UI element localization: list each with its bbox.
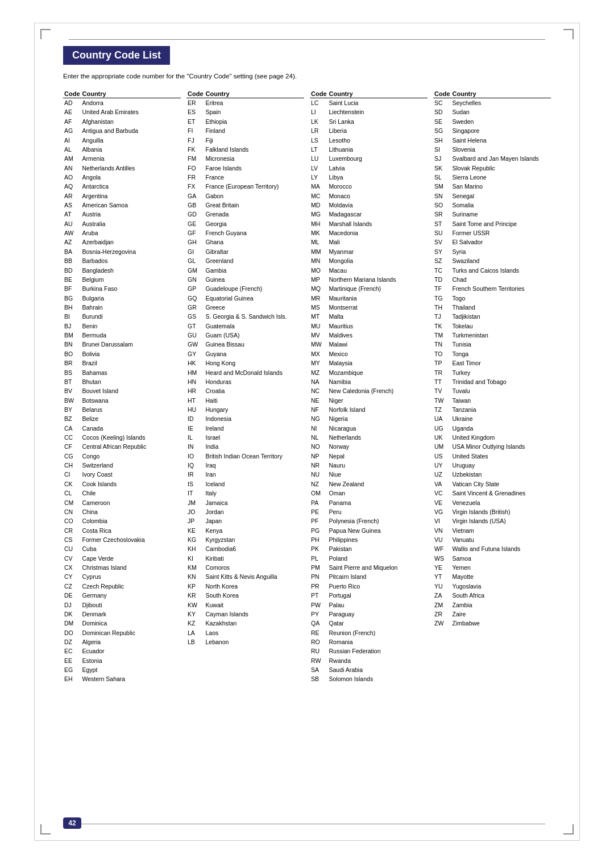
- country-code: US: [433, 452, 451, 461]
- table-row: KGKyrgyzstan: [186, 535, 304, 544]
- country-name: Libya: [328, 173, 428, 182]
- country-name: Morocco: [328, 182, 428, 191]
- table-row: KHCambodia6: [186, 544, 304, 553]
- table-row: CFCentral African Republic: [63, 442, 181, 451]
- table-row: LKSri Lanka: [310, 117, 428, 126]
- country-name: Malta: [328, 312, 428, 321]
- table-row: AGAntigua and Barbuda: [63, 126, 181, 135]
- table-row: ESSpain: [186, 107, 304, 116]
- country-code: MH: [310, 219, 328, 228]
- country-code: FK: [186, 145, 205, 154]
- country-name: United Arab Emirates: [81, 107, 181, 116]
- country-code: BN: [63, 340, 81, 349]
- table-row: KZKazakhstan: [186, 619, 304, 628]
- table-row: MQMartinique (French): [310, 284, 428, 293]
- table-row: UKUnited Kingdom: [433, 433, 551, 442]
- column-4: CodeCountrySCSeychellesSDSudanSESwedenSG…: [433, 90, 551, 684]
- table-row: ZASouth Africa: [433, 591, 551, 600]
- country-name: Poland: [328, 554, 428, 563]
- country-code: CA: [63, 424, 81, 433]
- country-name: Lesotho: [328, 135, 428, 144]
- country-code: SJ: [433, 154, 451, 163]
- country-code: MQ: [310, 284, 328, 293]
- table-row: NFNorfolk Island: [310, 405, 428, 414]
- col4-header-country: Country: [451, 90, 551, 98]
- country-name: Namibia: [328, 377, 428, 386]
- table-row: AIAnguilla: [63, 135, 181, 144]
- country-name: Gabon: [205, 191, 305, 201]
- table-row: DKDenmark: [63, 610, 181, 619]
- table-row: DEGermany: [63, 591, 181, 600]
- table-row: FRFrance: [186, 173, 304, 182]
- country-code: SM: [433, 182, 451, 191]
- table-row: MDMoldavia: [310, 201, 428, 210]
- country-code: NF: [310, 405, 328, 414]
- table-row: SGSingapore: [433, 126, 551, 135]
- table-row: TPEast Timor: [433, 358, 551, 368]
- table-row: ATAustria: [63, 210, 181, 219]
- country-code: EH: [63, 674, 81, 683]
- country-name: Sweden: [451, 117, 551, 126]
- country-code: CG: [63, 452, 81, 461]
- country-code: MR: [310, 294, 328, 303]
- country-name: Barbados: [81, 256, 181, 265]
- country-name: Indonesia: [205, 414, 305, 423]
- corner-tr: [563, 29, 574, 39]
- table-row: IOBritish Indian Ocean Territory: [186, 452, 304, 461]
- country-code: KG: [186, 535, 205, 544]
- table-row: NLNetherlands: [310, 433, 428, 442]
- country-name: American Samoa: [81, 201, 181, 210]
- country-code: VI: [433, 516, 451, 525]
- country-name: United States: [451, 452, 551, 461]
- country-name: Kazakhstan: [205, 619, 305, 628]
- country-code: FR: [186, 173, 205, 182]
- country-name: Moldavia: [328, 201, 428, 210]
- country-code: PM: [310, 563, 328, 572]
- country-name: Saint Lucia: [328, 98, 428, 108]
- country-code: VE: [433, 498, 451, 507]
- table-row: RURussian Federation: [310, 646, 428, 656]
- country-code: IL: [186, 433, 205, 442]
- country-code: DZ: [63, 637, 81, 646]
- country-code: SI: [433, 145, 451, 154]
- table-row: VCSaint Vincent & Grenadines: [433, 489, 551, 498]
- country-code: CR: [63, 526, 81, 535]
- country-code: HU: [186, 405, 205, 414]
- table-row: ITItaly: [186, 489, 304, 498]
- country-name: Ireland: [205, 424, 305, 433]
- country-code: TK: [433, 322, 451, 331]
- table-row: QAQatar: [310, 619, 428, 628]
- country-code: BI: [63, 312, 81, 321]
- country-code: GS: [186, 312, 205, 321]
- country-name: Iceland: [205, 479, 305, 489]
- country-name: Belarus: [81, 405, 181, 414]
- table-row: HRCroatia: [186, 386, 304, 395]
- table-row: LULuxembourg: [310, 154, 428, 163]
- table-row: GTGuatemala: [186, 322, 304, 331]
- country-name: Macau: [328, 265, 428, 274]
- country-name: Ukraine: [451, 414, 551, 423]
- table-row: UZUzbekistan: [433, 470, 551, 479]
- country-name: Chile: [81, 489, 181, 498]
- country-code: KE: [186, 526, 205, 535]
- country-name: Tonga: [451, 349, 551, 358]
- country-name: Saint Vincent & Grenadines: [451, 489, 551, 498]
- table-row: BOBolivia: [63, 349, 181, 358]
- country-name: Pitcairn Island: [328, 572, 428, 581]
- table-row: LILiechtenstein: [310, 107, 428, 116]
- table-row: BRBrazil: [63, 358, 181, 368]
- table-row: NINicaragua: [310, 424, 428, 433]
- country-name: Peru: [328, 507, 428, 516]
- country-code: TT: [433, 377, 451, 386]
- column-2: CodeCountryEREritreaESSpainETEthiopiaFIF…: [186, 90, 310, 684]
- country-code: RW: [310, 656, 328, 665]
- table-row: ISIceland: [186, 479, 304, 489]
- table-row: ETEthiopia: [186, 117, 304, 126]
- table-row: GLGreenland: [186, 256, 304, 265]
- col3-header-code: Code: [310, 90, 328, 98]
- col3-header-country: Country: [328, 90, 428, 98]
- subtitle: Enter the appropriate code number for th…: [63, 73, 551, 80]
- table-row: BFBurkina Faso: [63, 284, 181, 293]
- table-row: LVLatvia: [310, 164, 428, 173]
- country-code: IS: [186, 479, 205, 489]
